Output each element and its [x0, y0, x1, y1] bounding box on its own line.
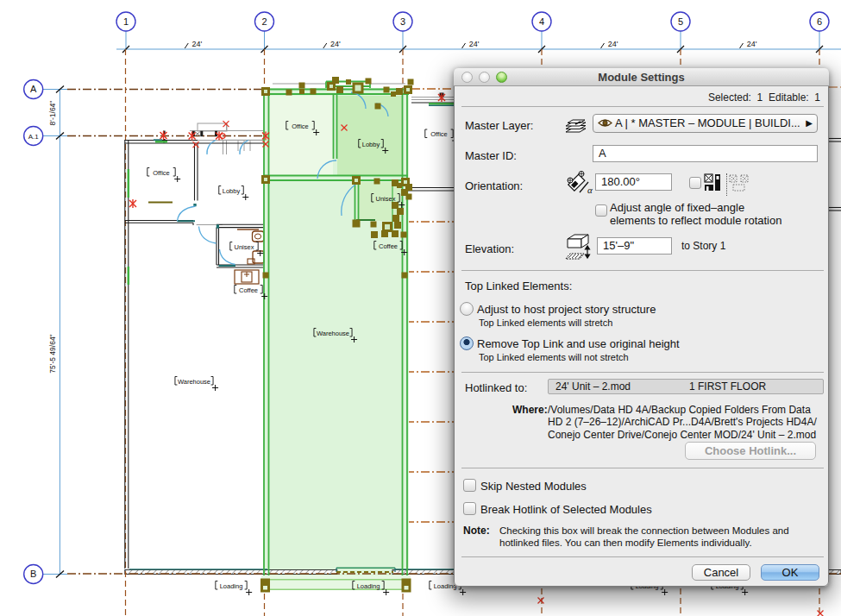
svg-text:Loading: Loading [220, 582, 243, 590]
svg-text:Unisex: Unisex [235, 243, 254, 251]
svg-text:2: 2 [261, 16, 267, 27]
svg-text:24': 24' [330, 40, 341, 48]
svg-text:6: 6 [817, 16, 822, 27]
svg-text:Coffee: Coffee [239, 286, 258, 294]
svg-text:B: B [30, 569, 36, 579]
svg-text:A.1: A.1 [28, 133, 40, 141]
svg-text:24': 24' [469, 40, 480, 48]
svg-text:Unisex: Unisex [376, 195, 396, 203]
svg-text:Lobby: Lobby [362, 141, 380, 148]
svg-text:A: A [30, 84, 37, 94]
svg-text:24': 24' [747, 40, 757, 48]
svg-text:Loading: Loading [434, 582, 457, 590]
svg-text:Warehouse: Warehouse [317, 330, 349, 337]
svg-text:α: α [587, 185, 593, 194]
svg-text:24': 24' [608, 40, 618, 48]
svg-text:Lobby: Lobby [223, 187, 241, 195]
svg-text:Loading: Loading [357, 582, 380, 590]
svg-text:Office: Office [153, 169, 169, 177]
svg-text:Office: Office [292, 123, 308, 130]
svg-text:5: 5 [678, 16, 683, 27]
svg-text:8'-1/64": 8'-1/64" [48, 101, 57, 126]
svg-text:1: 1 [123, 16, 129, 27]
svg-text:4: 4 [539, 16, 544, 27]
svg-text:Coffee: Coffee [379, 242, 398, 250]
svg-text:24': 24' [191, 40, 202, 48]
svg-text:75'-5 49/64": 75'-5 49/64" [48, 334, 57, 373]
svg-text:Warehouse: Warehouse [178, 378, 210, 386]
svg-text:Office: Office [430, 130, 447, 138]
svg-text:3: 3 [400, 16, 405, 27]
